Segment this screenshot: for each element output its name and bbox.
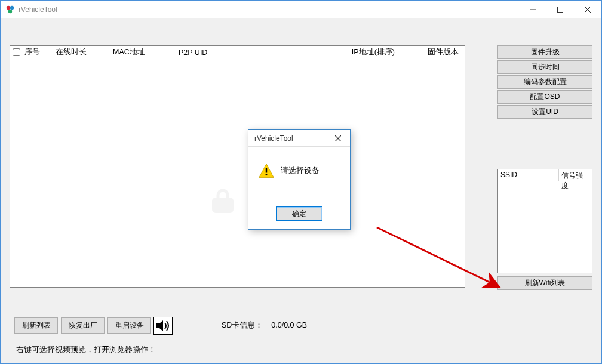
modal-titlebar: rVehicleTool [248, 130, 350, 147]
set-uid-button[interactable]: 设置UID [497, 105, 592, 119]
firmware-upgrade-button[interactable]: 固件升级 [497, 45, 592, 59]
col-ip[interactable]: IP地址(排序) [302, 46, 397, 59]
refresh-list-button[interactable]: 刷新列表 [14, 317, 58, 334]
modal-ok-button[interactable]: 确定 [276, 206, 322, 221]
col-p2p-uid[interactable]: P2P UID [176, 46, 302, 59]
hint-text: 右键可选择视频预览，打开浏览器操作！ [16, 345, 156, 355]
encode-config-button[interactable]: 编码参数配置 [497, 75, 592, 89]
wifi-header: SSID 信号强度 [498, 169, 592, 181]
window-title: rVehicleTool [19, 5, 57, 14]
factory-reset-button[interactable]: 恢复出厂 [61, 317, 105, 334]
app-icon [5, 5, 15, 14]
modal-close-button[interactable] [330, 132, 346, 144]
window-controls [519, 1, 601, 18]
svg-rect-6 [266, 168, 267, 173]
wifi-col-signal[interactable]: 信号强度 [558, 169, 592, 181]
reboot-button[interactable]: 重启设备 [108, 317, 151, 334]
titlebar: rVehicleTool [1, 1, 601, 18]
sd-value: 0.0/0.0 GB [271, 321, 307, 329]
col-index[interactable]: 序号 [22, 46, 53, 59]
warning-icon [258, 162, 275, 179]
select-all-checkbox[interactable] [13, 48, 20, 56]
device-grid[interactable]: 序号 在线时长 MAC地址 P2P UID IP地址(排序) 固件版本 [10, 45, 465, 288]
select-all-cell[interactable] [10, 46, 22, 59]
close-icon [335, 135, 341, 141]
wifi-panel: SSID 信号强度 [497, 169, 592, 273]
speaker-toggle[interactable] [153, 317, 173, 335]
close-button[interactable] [574, 1, 601, 18]
modal-dialog: rVehicleTool 请选择设备 确定 [248, 129, 351, 230]
svg-rect-3 [558, 7, 563, 13]
modal-title-text: rVehicleTool [254, 134, 293, 143]
sd-info: SD卡信息： 0.0/0.0 GB [222, 320, 307, 331]
svg-point-1 [10, 5, 14, 9]
sd-label: SD卡信息： [222, 321, 263, 329]
col-fw[interactable]: 固件版本 [397, 46, 465, 59]
minimize-button[interactable] [519, 1, 546, 18]
content-area: 序号 在线时长 MAC地址 P2P UID IP地址(排序) 固件版本 固件升级… [1, 18, 601, 363]
svg-point-2 [8, 9, 12, 13]
speaker-icon [155, 319, 171, 333]
refresh-wifi-button[interactable]: 刷新Wifi列表 [497, 276, 592, 290]
svg-point-0 [7, 5, 10, 9]
sync-time-button[interactable]: 同步时间 [497, 60, 592, 74]
col-mac[interactable]: MAC地址 [110, 46, 176, 59]
modal-message: 请选择设备 [281, 166, 320, 176]
osd-config-button[interactable]: 配置OSD [497, 90, 592, 104]
maximize-button[interactable] [546, 1, 574, 18]
col-online[interactable]: 在线时长 [53, 46, 110, 59]
wifi-col-ssid[interactable]: SSID [498, 169, 558, 181]
grid-header: 序号 在线时长 MAC地址 P2P UID IP地址(排序) 固件版本 [10, 46, 465, 59]
svg-rect-7 [266, 174, 268, 175]
